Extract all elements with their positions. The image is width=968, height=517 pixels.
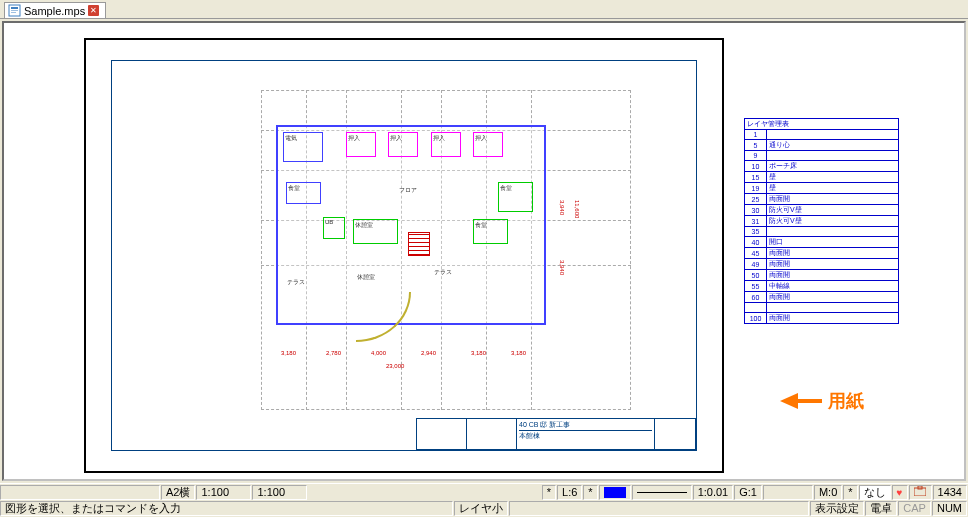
command-prompt[interactable]: 図形を選択、またはコマンドを入力 [0, 501, 453, 516]
layer-name: 中軸線 [767, 281, 899, 292]
layer-name: 防火可V壁 [767, 205, 899, 216]
layer-indicator[interactable]: L:6 [557, 485, 582, 500]
status-empty [0, 485, 160, 500]
m-indicator[interactable]: M:0 [814, 485, 842, 500]
title-line1: 40 CB 邸 新工事 [519, 420, 652, 431]
room-label: フロア [398, 185, 448, 207]
svg-rect-1 [11, 7, 18, 9]
line-scale[interactable]: 1:0.01 [693, 485, 734, 500]
layer-num: 1 [745, 130, 767, 140]
layer-name [767, 227, 899, 237]
layer-name: 両面開 [767, 270, 899, 281]
layer-num: 10 [745, 161, 767, 172]
layer-name [767, 130, 899, 140]
layer-name: ポーチ床 [767, 161, 899, 172]
layer-name: 壁 [767, 183, 899, 194]
file-icon [8, 4, 21, 17]
layer-name: 両面開 [767, 194, 899, 205]
layer-num: 9 [745, 151, 767, 161]
layer-row: 40開口 [745, 237, 899, 248]
layer-row: 50両面開 [745, 270, 899, 281]
file-tab[interactable]: Sample.mps ✕ [4, 2, 106, 18]
dimension: 2,940 [421, 350, 436, 356]
heart-icon[interactable]: ♥ [892, 485, 908, 500]
room: 休憩室 [353, 219, 398, 244]
toolbox-icon[interactable] [909, 485, 932, 500]
layer-name: 開口 [767, 237, 899, 248]
status-mid-blank [509, 501, 809, 516]
num-indicator: NUM [932, 501, 967, 516]
layer-name: 防火可V壁 [767, 216, 899, 227]
room: 食堂 [473, 219, 508, 244]
building-outline: 電気 押入 押入 押入 押入 食堂 フロア 食堂 UB 休憩室 食堂 テラス 休… [276, 125, 546, 325]
line-style[interactable] [632, 485, 692, 500]
layer-row: 30防火可V壁 [745, 205, 899, 216]
status-star: * [542, 485, 556, 500]
none-indicator[interactable]: なし [859, 485, 891, 500]
dimension-total: 23,000 [386, 363, 404, 369]
svg-rect-3 [11, 12, 16, 13]
layer-num: 25 [745, 194, 767, 205]
layer-name [767, 151, 899, 161]
grid-indicator[interactable]: G:1 [734, 485, 762, 500]
layer-num: 100 [745, 313, 767, 324]
dimension-v: 11,600 [574, 200, 580, 218]
floorplan: 電気 押入 押入 押入 押入 食堂 フロア 食堂 UB 休憩室 食堂 テラス 休… [276, 105, 596, 375]
canvas-workspace[interactable]: 40 CB 邸 新工事 本館棟 [2, 21, 966, 481]
close-icon[interactable]: ✕ [88, 5, 99, 16]
dimension: 3,180 [471, 350, 486, 356]
layer-num: 30 [745, 205, 767, 216]
scale-2[interactable]: 1:100 [252, 485, 307, 500]
title-block: 40 CB 邸 新工事 本館棟 [416, 418, 696, 450]
room: 押入 [473, 132, 503, 157]
layer-small[interactable]: レイヤ小 [454, 501, 508, 516]
layer-num: 49 [745, 259, 767, 270]
paper-size[interactable]: A2横 [161, 485, 195, 500]
layer-row: 10ポーチ床 [745, 161, 899, 172]
calculator[interactable]: 電卓 [865, 501, 897, 516]
layer-num: 31 [745, 216, 767, 227]
layer-num: 40 [745, 237, 767, 248]
layer-row: 15壁 [745, 172, 899, 183]
room: 食堂 [498, 182, 533, 212]
annotation-label: 用紙 [828, 389, 864, 413]
tab-bar: Sample.mps ✕ [0, 0, 968, 19]
layer-num: 5 [745, 140, 767, 151]
app-window: Sample.mps ✕ 40 CB 邸 新工事 本館棟 [0, 0, 968, 517]
layer-row: 31防火可V壁 [745, 216, 899, 227]
status-blank [763, 485, 813, 500]
layer-num: 35 [745, 227, 767, 237]
dimension: 3,180 [281, 350, 296, 356]
room-label: テラス [433, 267, 473, 287]
dimension-v: 3,940 [559, 200, 565, 215]
caps-indicator: CAP [898, 501, 931, 516]
dimension-v: 3,940 [559, 260, 565, 275]
svg-rect-2 [11, 10, 18, 11]
stairs-icon [408, 232, 430, 256]
layer-row: 100両面開 [745, 313, 899, 324]
layer-name: 両面開 [767, 248, 899, 259]
layer-name: 両面開 [767, 259, 899, 270]
room: 押入 [346, 132, 376, 157]
layer-num [745, 303, 767, 313]
layer-name: 通り心 [767, 140, 899, 151]
layer-num: 45 [745, 248, 767, 259]
layer-name [767, 303, 899, 313]
room: 押入 [431, 132, 461, 157]
scale-1[interactable]: 1:100 [196, 485, 251, 500]
dimension: 4,000 [371, 350, 386, 356]
layer-row: 60両面開 [745, 292, 899, 303]
layer-row: 9 [745, 151, 899, 161]
dimension: 3,180 [511, 350, 526, 356]
layer-table-header: レイヤ管理表 [745, 119, 899, 130]
layer-row [745, 303, 899, 313]
tab-filename: Sample.mps [24, 5, 85, 17]
room: 食堂 [286, 182, 321, 204]
layer-num: 19 [745, 183, 767, 194]
layer-name: 壁 [767, 172, 899, 183]
layer-row: 45両面開 [745, 248, 899, 259]
line-color[interactable] [599, 485, 631, 500]
display-settings[interactable]: 表示設定 [810, 501, 864, 516]
room-label: 休憩室 [356, 272, 401, 292]
layer-row: 25両面開 [745, 194, 899, 205]
